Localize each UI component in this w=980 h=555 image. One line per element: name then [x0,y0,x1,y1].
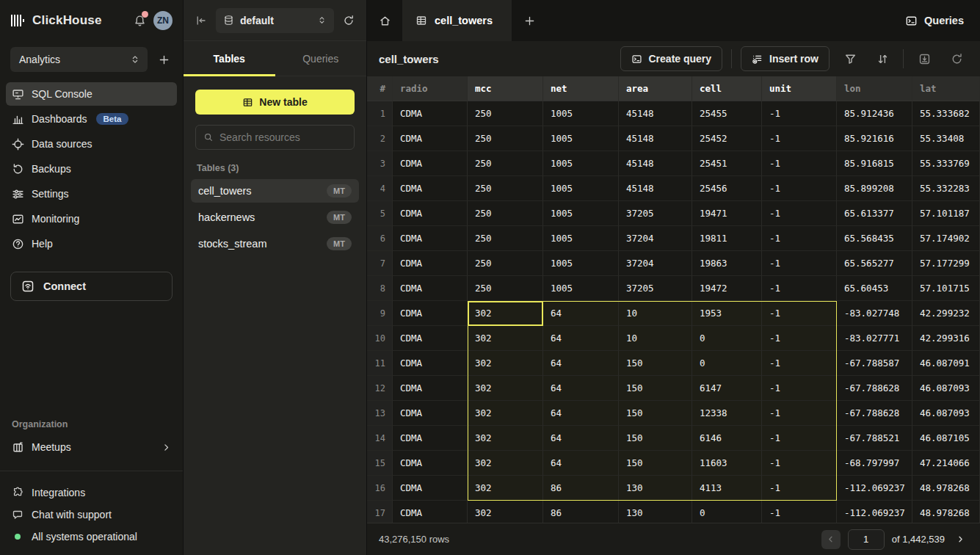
column-header-cell[interactable]: cell [692,76,762,101]
grid-cell[interactable]: 250 [468,201,543,226]
grid-cell[interactable]: 6146 [692,426,762,451]
grid-cell[interactable]: 250 [468,151,543,176]
grid-cell[interactable]: 1005 [543,226,619,251]
row-number[interactable]: 10 [367,326,393,351]
grid-cell[interactable]: 37205 [619,276,692,301]
grid-cell[interactable]: 85.899208 [837,176,912,201]
grid-cell[interactable]: 64 [543,301,619,326]
grid-cell[interactable]: CDMA [393,276,468,301]
column-header-mcc[interactable]: mcc [468,76,543,101]
grid-cell[interactable]: 47.214066 [912,451,980,476]
grid-cell[interactable]: CDMA [393,376,468,401]
grid-cell[interactable]: 130 [619,501,692,523]
grid-cell[interactable]: 302 [468,426,543,451]
grid-cell[interactable]: CDMA [393,176,468,201]
grid-cell[interactable]: 150 [619,401,692,426]
grid-cell[interactable]: 1005 [543,201,619,226]
grid-cell[interactable]: -1 [762,101,837,126]
grid-cell[interactable]: 65.613377 [837,201,912,226]
search-input[interactable] [219,131,346,143]
row-number[interactable]: 8 [367,276,393,301]
column-header-num[interactable]: # [367,76,393,101]
grid-cell[interactable]: 150 [619,351,692,376]
add-service-button[interactable] [155,51,173,68]
grid-cell[interactable]: -1 [762,351,837,376]
grid-cell[interactable]: 45148 [619,126,692,151]
grid-cell[interactable]: -1 [762,126,837,151]
grid-cell[interactable]: CDMA [393,351,468,376]
grid-cell[interactable]: CDMA [393,451,468,476]
queries-button[interactable]: Queries [889,0,980,41]
grid-cell[interactable]: 42.299232 [912,301,980,326]
page-number-input[interactable] [848,529,885,550]
sidebar-item-backups[interactable]: Backups [6,157,177,181]
grid-cell[interactable]: -1 [762,451,837,476]
collapse-panel-button[interactable] [192,12,210,29]
grid-cell[interactable]: 250 [468,176,543,201]
grid-cell[interactable]: CDMA [393,476,468,501]
grid-cell[interactable]: 64 [543,326,619,351]
grid-cell[interactable]: CDMA [393,501,468,523]
grid-cell[interactable]: -67.788628 [837,376,912,401]
grid-cell[interactable]: -67.788587 [837,351,912,376]
grid-cell[interactable]: 25456 [692,176,762,201]
database-select[interactable]: default [216,8,334,33]
grid-cell[interactable]: -1 [762,176,837,201]
grid-cell[interactable]: CDMA [393,126,468,151]
tab-tables[interactable]: Tables [184,41,275,76]
grid-cell[interactable]: 45148 [619,176,692,201]
grid-cell[interactable]: CDMA [393,226,468,251]
row-number[interactable]: 3 [367,151,393,176]
row-number[interactable]: 2 [367,126,393,151]
new-table-button[interactable]: New table [195,90,355,115]
sidebar-item-help[interactable]: Help [6,232,177,255]
grid-cell[interactable]: 37205 [619,201,692,226]
column-header-net[interactable]: net [543,76,619,101]
grid-cell[interactable]: 130 [619,476,692,501]
grid-cell[interactable]: 64 [543,351,619,376]
grid-cell[interactable]: 65.568435 [837,226,912,251]
workspace-select[interactable]: Analytics [10,47,148,72]
grid-cell[interactable]: 45148 [619,101,692,126]
refresh-table-button[interactable] [945,47,968,70]
grid-cell[interactable]: 19811 [692,226,762,251]
sidebar-item-sql-console[interactable]: SQL Console [6,82,177,106]
grid-cell[interactable]: 1005 [543,151,619,176]
grid-cell[interactable]: 302 [468,451,543,476]
row-number[interactable]: 17 [367,501,393,523]
grid-cell[interactable]: -1 [762,151,837,176]
sidebar-item-data-sources[interactable]: Data sources [6,132,177,156]
grid-cell[interactable]: -112.069237 [837,476,912,501]
grid-cell[interactable]: -112.069237 [837,501,912,523]
grid-cell[interactable]: 11603 [692,451,762,476]
grid-cell[interactable]: -1 [762,226,837,251]
grid-cell[interactable]: CDMA [393,251,468,276]
grid-cell[interactable]: 55.333682 [912,101,980,126]
grid-cell[interactable]: -1 [762,501,837,523]
grid-cell[interactable]: 302 [468,301,543,326]
grid-cell[interactable]: 10 [619,326,692,351]
create-query-button[interactable]: Create query [620,46,723,71]
grid-cell[interactable]: 25455 [692,101,762,126]
grid-cell[interactable]: 302 [468,501,543,523]
grid-cell[interactable]: 86 [543,476,619,501]
sidebar-item-monitoring[interactable]: Monitoring [6,207,177,231]
sidebar-item-meetups[interactable]: Meetups [6,435,177,459]
refresh-resources-button[interactable] [340,12,357,29]
grid-cell[interactable]: 25451 [692,151,762,176]
grid-cell[interactable]: 55.33408 [912,126,980,151]
grid-cell[interactable]: 42.299316 [912,326,980,351]
grid-cell[interactable]: -68.797997 [837,451,912,476]
grid-cell[interactable]: 46.087093 [912,401,980,426]
grid-cell[interactable]: 0 [692,326,762,351]
connect-button[interactable]: Connect [10,272,173,301]
grid-cell[interactable]: 0 [692,501,762,523]
grid-cell[interactable]: -1 [762,251,837,276]
grid-cell[interactable]: 64 [543,376,619,401]
grid-cell[interactable]: 85.916815 [837,151,912,176]
table-list-item-stocks-stream[interactable]: stocks_stream MT [191,232,359,255]
grid-cell[interactable]: -1 [762,476,837,501]
row-number[interactable]: 12 [367,376,393,401]
grid-cell[interactable]: -1 [762,301,837,326]
grid-cell[interactable]: 150 [619,376,692,401]
